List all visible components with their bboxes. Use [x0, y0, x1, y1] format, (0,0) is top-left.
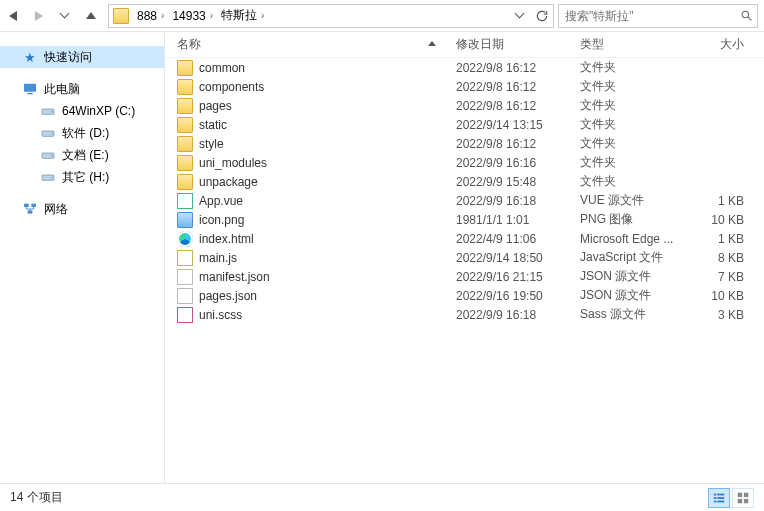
svg-point-11 [51, 177, 52, 178]
file-row[interactable]: index.html2022/4/9 11:06Microsoft Edge .… [165, 229, 764, 248]
file-date-label: 2022/9/9 16:16 [456, 156, 574, 170]
file-type-label: 文件夹 [574, 116, 694, 133]
breadcrumb-segment[interactable]: 14933› [168, 5, 217, 27]
refresh-icon [535, 9, 549, 23]
breadcrumb-label: 14933 [172, 9, 205, 23]
svg-rect-20 [717, 500, 724, 502]
file-type-label: Microsoft Edge ... [574, 232, 694, 246]
address-dropdown-button[interactable] [509, 5, 531, 27]
navigation-pane: 快速访问 此电脑 64WinXP (C:)软件 (D:)文档 (E:)其它 (H… [0, 32, 165, 483]
file-type-label: 文件夹 [574, 154, 694, 171]
sort-ascending-icon [428, 41, 436, 49]
img-icon [177, 212, 193, 228]
search-box[interactable] [558, 4, 758, 28]
folder-icon [177, 79, 193, 95]
file-row[interactable]: common2022/9/8 16:12文件夹 [165, 58, 764, 77]
svg-rect-13 [31, 204, 36, 207]
large-icons-view-icon [736, 491, 750, 505]
drive-item[interactable]: 软件 (D:) [0, 122, 164, 144]
file-date-label: 2022/9/9 15:48 [456, 175, 574, 189]
file-date-label: 2022/9/8 16:12 [456, 80, 574, 94]
file-name-label: App.vue [199, 194, 243, 208]
file-row[interactable]: uni_modules2022/9/9 16:16文件夹 [165, 153, 764, 172]
json-icon [177, 269, 193, 285]
details-view-button[interactable] [708, 488, 730, 508]
main-area: 快速访问 此电脑 64WinXP (C:)软件 (D:)文档 (E:)其它 (H… [0, 32, 764, 483]
file-row[interactable]: App.vue2022/9/9 16:18VUE 源文件1 KB [165, 191, 764, 210]
file-row[interactable]: pages.json2022/9/16 19:50JSON 源文件10 KB [165, 286, 764, 305]
svg-rect-15 [714, 493, 717, 495]
svg-rect-12 [24, 204, 29, 207]
svg-line-1 [748, 17, 751, 20]
file-name-label: icon.png [199, 213, 244, 227]
network-item[interactable]: 网络 [0, 198, 164, 220]
folder-icon [177, 60, 193, 76]
svg-rect-16 [717, 493, 724, 495]
file-row[interactable]: icon.png1981/1/1 1:01PNG 图像10 KB [165, 210, 764, 229]
forward-button[interactable] [26, 0, 52, 31]
drive-icon [40, 125, 56, 141]
large-icons-view-button[interactable] [732, 488, 754, 508]
chevron-right-icon: › [161, 10, 164, 21]
folder-icon [177, 155, 193, 171]
svg-rect-21 [738, 492, 742, 496]
file-date-label: 2022/9/8 16:12 [456, 137, 574, 151]
file-type-label: 文件夹 [574, 78, 694, 95]
breadcrumb-segment[interactable]: 特斯拉› [217, 5, 268, 27]
column-label: 名称 [177, 36, 201, 53]
column-headers: 名称 修改日期 类型 大小 [165, 32, 764, 58]
file-row[interactable]: manifest.json2022/9/16 21:15JSON 源文件7 KB [165, 267, 764, 286]
sidebar-item-label: 此电脑 [44, 81, 80, 98]
folder-icon [113, 8, 129, 24]
file-type-label: JSON 源文件 [574, 268, 694, 285]
file-row[interactable]: pages2022/9/8 16:12文件夹 [165, 96, 764, 115]
sidebar-item-label: 文档 (E:) [62, 147, 109, 164]
file-list: 名称 修改日期 类型 大小 common2022/9/8 16:12文件夹com… [165, 32, 764, 483]
refresh-button[interactable] [531, 5, 553, 27]
quick-access-item[interactable]: 快速访问 [0, 46, 164, 68]
file-row[interactable]: static2022/9/14 13:15文件夹 [165, 115, 764, 134]
file-date-label: 2022/9/14 13:15 [456, 118, 574, 132]
drive-item[interactable]: 文档 (E:) [0, 144, 164, 166]
file-size-label: 10 KB [694, 213, 764, 227]
file-type-label: PNG 图像 [574, 211, 694, 228]
sidebar-item-label: 软件 (D:) [62, 125, 109, 142]
file-date-label: 2022/9/8 16:12 [456, 99, 574, 113]
drive-icon [40, 169, 56, 185]
column-header-name[interactable]: 名称 [165, 36, 456, 53]
breadcrumb-segment[interactable]: 888› [133, 5, 168, 27]
arrow-up-icon [86, 12, 96, 19]
svg-rect-18 [717, 497, 724, 499]
sidebar-item-label: 快速访问 [44, 49, 92, 66]
back-button[interactable] [0, 0, 26, 31]
drive-item[interactable]: 64WinXP (C:) [0, 100, 164, 122]
up-button[interactable] [78, 0, 104, 31]
column-header-type[interactable]: 类型 [574, 36, 694, 53]
svg-rect-22 [744, 492, 748, 496]
folder-icon [177, 98, 193, 114]
svg-rect-3 [27, 93, 32, 94]
file-row[interactable]: unpackage2022/9/9 15:48文件夹 [165, 172, 764, 191]
file-name-label: common [199, 61, 245, 75]
file-row[interactable]: components2022/9/8 16:12文件夹 [165, 77, 764, 96]
column-header-date[interactable]: 修改日期 [456, 36, 574, 53]
search-input[interactable] [559, 9, 735, 23]
column-header-size[interactable]: 大小 [694, 36, 764, 53]
file-row[interactable]: style2022/9/8 16:12文件夹 [165, 134, 764, 153]
js-icon [177, 250, 193, 266]
file-name-label: style [199, 137, 224, 151]
file-name-label: pages [199, 99, 232, 113]
drive-item[interactable]: 其它 (H:) [0, 166, 164, 188]
file-row[interactable]: uni.scss2022/9/9 16:18Sass 源文件3 KB [165, 305, 764, 324]
file-name-label: pages.json [199, 289, 257, 303]
file-size-label: 1 KB [694, 232, 764, 246]
file-date-label: 2022/4/9 11:06 [456, 232, 574, 246]
file-row[interactable]: main.js2022/9/14 18:50JavaScript 文件8 KB [165, 248, 764, 267]
breadcrumb-label: 特斯拉 [221, 7, 257, 24]
file-size-label: 7 KB [694, 270, 764, 284]
this-pc-item[interactable]: 此电脑 [0, 78, 164, 100]
recent-locations-button[interactable] [52, 0, 78, 31]
address-bar[interactable]: 888› 14933› 特斯拉› [108, 4, 554, 28]
sidebar-item-label: 其它 (H:) [62, 169, 109, 186]
star-icon [22, 49, 38, 65]
